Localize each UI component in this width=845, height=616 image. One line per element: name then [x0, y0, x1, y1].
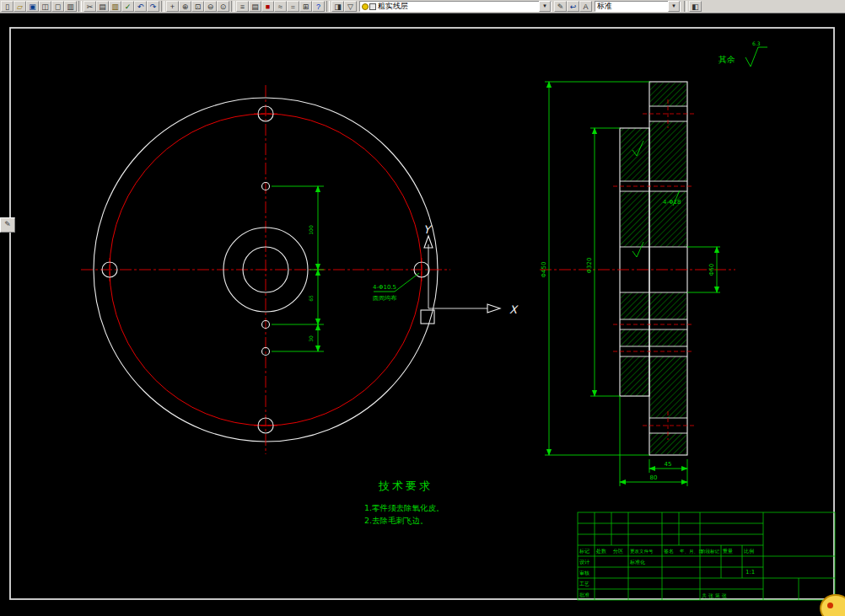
tb-mark: 标记 [579, 548, 589, 554]
toolbar-separator [78, 1, 82, 12]
plot-icon[interactable]: ◫ [39, 1, 51, 12]
layer-color-swatch [369, 3, 376, 10]
edit-toolbar-group: ✂▤▥✓↶↷ [83, 1, 159, 12]
drawing-canvas[interactable]: 100 65 30 4-Φ10.5 圆周均布 Y X [0, 13, 845, 616]
layer-properties-icon[interactable]: ▤ [249, 1, 261, 12]
layer-previous-icon[interactable]: ↩ [567, 1, 579, 12]
zoom-toolbar-group: +⊕⊡⊖⊙ [166, 1, 229, 12]
cad-app-window: ▯▱▣◫◻▥ ✂▤▥✓↶↷ +⊕⊡⊖⊙ ≡▤■≈=⊞? ◨▽ 粗实线层 ▼ ✎↩… [0, 0, 845, 616]
sheet-frame [10, 28, 834, 599]
dim-label: Φ450 [541, 262, 547, 278]
tb-sheets: 共 张 第 张 [702, 592, 727, 599]
style-combo[interactable]: 标准 ▼ [595, 1, 681, 12]
main-toolbar: ▯▱▣◫◻▥ ✂▤▥✓↶↷ +⊕⊡⊖⊙ ≡▤■≈=⊞? ◨▽ 粗实线层 ▼ ✎↩… [0, 0, 845, 13]
section-hatch [621, 83, 686, 454]
make-object-layer-icon[interactable]: ✎ [554, 1, 567, 12]
tb-scale: 比例 [744, 548, 754, 554]
zoom-realtime-icon[interactable]: ⊕ [179, 1, 191, 12]
tb-zone: 分区 [613, 548, 623, 554]
toolbar-separator [231, 1, 234, 12]
layer2-toolbar-group: ✎↩A [554, 1, 592, 12]
toolbar-separator [326, 1, 330, 12]
layer-states-icon[interactable]: ◨ [331, 1, 344, 12]
section-view: Φ450 Φ320 Φ60 4-Φ18 45 80 [540, 82, 735, 486]
layer-combo[interactable]: 粗实线层 ▼ [359, 1, 552, 12]
style-combo-value: 标准 [595, 1, 668, 12]
tb-approve: 批准 [579, 592, 589, 598]
front-view: 100 65 30 4-Φ10.5 圆周均布 [81, 85, 450, 454]
publish-icon[interactable]: ▥ [64, 1, 77, 12]
docked-toolbar-button[interactable]: ✎ [0, 217, 15, 233]
tb-check: 审核 [579, 570, 589, 576]
tech-item-1: 1.零件须去除氧化皮。 [364, 503, 444, 512]
layer-combo-dropdown-icon[interactable]: ▼ [539, 1, 551, 12]
style-combo-dropdown-icon[interactable]: ▼ [668, 1, 680, 12]
tb-count: 处数 [595, 548, 606, 554]
paste-icon[interactable]: ▥ [109, 1, 121, 12]
tb-change-no: 更改文件号 [630, 549, 654, 554]
dim-label: 30 [308, 335, 314, 342]
tray-balloon-dot [827, 603, 833, 608]
tb-date: 年、月、日 [680, 549, 703, 554]
tech-item-2: 2.去除毛刺飞边。 [364, 516, 428, 525]
tech-requirements: 技术要求 1.零件须去除氧化皮。 2.去除毛刺飞边。 [364, 479, 444, 525]
drawing-sheet: 100 65 30 4-Φ10.5 圆周均布 Y X [0, 13, 845, 616]
cut-icon[interactable]: ✂ [83, 1, 96, 12]
ucs-y-label: Y [423, 223, 433, 236]
toolbar-separator [684, 1, 687, 12]
zoom-window-icon[interactable]: ⊡ [191, 1, 204, 12]
text-style-icon[interactable]: A [579, 1, 592, 12]
dim-label: Φ60 [708, 264, 715, 276]
ucs-x-label: X [509, 303, 519, 316]
lineweight-icon[interactable]: = [287, 1, 299, 12]
help-icon[interactable]: ? [312, 1, 325, 12]
zoom-extents-icon[interactable]: ⊙ [217, 1, 229, 12]
undo-icon[interactable]: ↶ [134, 1, 147, 12]
dim-label: 45 [665, 461, 672, 468]
surface-prefix: 其余 [719, 55, 735, 64]
pan-icon[interactable]: + [166, 1, 179, 12]
properties-palette-icon[interactable]: ◧ [689, 1, 702, 12]
layer-combo-value: 粗实线层 [376, 1, 539, 12]
section-hole-note: 4-Φ18 [663, 199, 681, 206]
object-toolbar-group: ≡▤■≈=⊞? [236, 1, 325, 12]
surface-value: 6.3 [752, 40, 761, 46]
dim-label: 65 [308, 295, 314, 302]
tb-scale-value: 1:1 [745, 569, 755, 576]
tb-weight: 重量 [722, 548, 733, 554]
tb-standard: 标准化 [629, 559, 645, 565]
zoom-previous-icon[interactable]: ⊖ [204, 1, 217, 12]
dim-label: 80 [650, 474, 658, 481]
hole-note-line1: 4-Φ10.5 [373, 284, 396, 291]
dim-label: Φ320 [586, 258, 593, 274]
linetype-icon[interactable]: ≈ [274, 1, 287, 12]
tb-process: 工艺 [579, 581, 589, 587]
layer-status-icons [360, 3, 376, 10]
hole-note-line2: 圆周均布 [373, 295, 397, 302]
tb-design: 设计 [579, 559, 589, 565]
layer-filter-icon[interactable]: ▽ [344, 1, 357, 12]
layer-on-icon [362, 3, 369, 10]
match-properties-icon[interactable]: ✓ [121, 1, 134, 12]
tech-title: 技术要求 [378, 479, 433, 492]
surface-finish-note: 其余 6.3 [719, 40, 767, 67]
ucs-icon: Y X [421, 223, 519, 324]
right-toolbar-group: ◧ [689, 1, 702, 12]
toolbar-separator [161, 1, 164, 12]
plot-preview-icon[interactable]: ◻ [51, 1, 64, 12]
table-icon[interactable]: ⊞ [299, 1, 312, 12]
title-block: 标记 处数 分区 更改文件号 签名 年、月、日 设计 标准化 审核 工艺 批准 … [578, 512, 835, 600]
color-control-icon[interactable]: ■ [261, 1, 274, 12]
layers-icon[interactable]: ≡ [236, 1, 249, 12]
layer-tools-group: ◨▽ [331, 1, 357, 12]
new-icon[interactable]: ▯ [1, 1, 13, 12]
tb-sign: 签名 [664, 548, 674, 554]
file-toolbar-group: ▯▱▣◫◻▥ [1, 1, 77, 12]
open-icon[interactable]: ▱ [13, 1, 26, 12]
dim-label: 100 [308, 225, 314, 235]
redo-icon[interactable]: ↷ [147, 1, 159, 12]
copy-icon[interactable]: ▤ [96, 1, 109, 12]
save-icon[interactable]: ▣ [26, 1, 39, 12]
tb-stage: 阶段标记 [701, 549, 720, 554]
